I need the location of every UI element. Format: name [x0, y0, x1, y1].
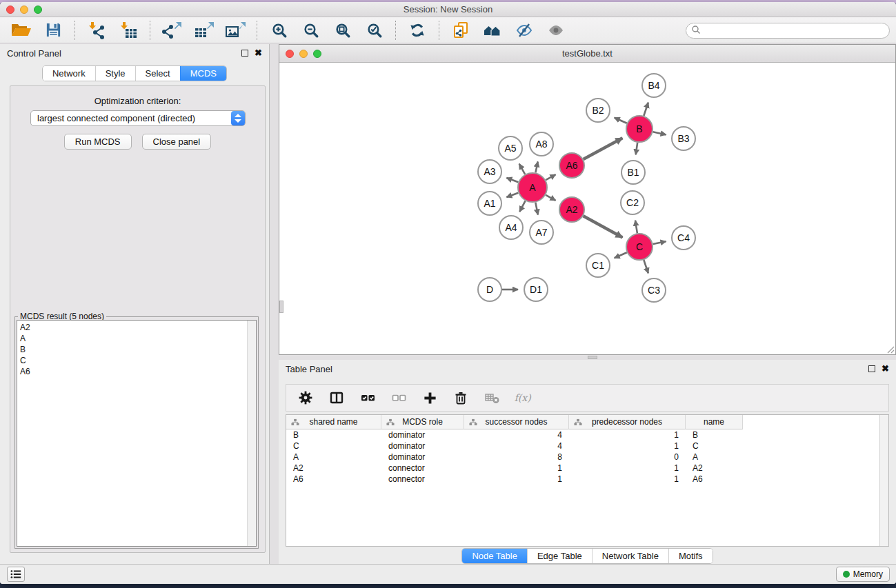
table-row[interactable]: Bdominator41B	[286, 429, 888, 440]
graph-node-B1[interactable]: B1	[621, 161, 645, 184]
graph-node-D[interactable]: D	[478, 278, 501, 301]
export-table-icon[interactable]	[192, 20, 215, 41]
graph-edge-A6-B[interactable]	[584, 138, 623, 159]
graph-node-A5[interactable]: A5	[499, 136, 522, 160]
gear-icon[interactable]	[296, 388, 315, 407]
tab-network-table[interactable]: Network Table	[592, 549, 668, 563]
show-hide-icon[interactable]	[545, 20, 567, 41]
graph-node-D1[interactable]: D1	[524, 278, 548, 301]
export-image-icon[interactable]	[224, 20, 246, 41]
graph-edge-A-A1[interactable]	[506, 193, 518, 197]
graph-edge-B-B1[interactable]	[636, 143, 638, 155]
tab-mcds[interactable]: MCDS	[180, 66, 226, 81]
result-list-scrollbar[interactable]	[247, 321, 256, 546]
tab-node-table[interactable]: Node Table	[462, 549, 527, 563]
tab-edge-table[interactable]: Edge Table	[527, 549, 592, 563]
graph-node-B3[interactable]: B3	[672, 127, 695, 150]
graph-node-C2[interactable]: C2	[621, 191, 644, 214]
memory-button[interactable]: Memory	[836, 567, 890, 582]
graph-edge-A-A3[interactable]	[506, 178, 518, 182]
close-panel-button[interactable]: Close panel	[142, 134, 212, 150]
graph-node-A4[interactable]: A4	[499, 216, 523, 239]
graph-node-B2[interactable]: B2	[586, 99, 610, 122]
run-mcds-button[interactable]: Run MCDS	[64, 134, 132, 150]
mcds-result-item[interactable]: C	[20, 355, 247, 366]
select-all-icon[interactable]	[358, 388, 377, 407]
graph-node-A3[interactable]: A3	[478, 160, 501, 183]
column-header-name[interactable]: name	[686, 415, 743, 429]
table-close-panel-icon[interactable]: ✖	[882, 365, 889, 372]
column-header-MCDS-role[interactable]: MCDS role	[381, 415, 464, 429]
graph-edge-B-B4[interactable]	[644, 103, 648, 116]
column-header-successor-nodes[interactable]: successor nodes	[464, 415, 569, 429]
network-canvas[interactable]: A B C A6 A2 A1 A3 A4 A5 A7 A8 B1 B2	[279, 63, 895, 354]
graph-node-B[interactable]: B	[626, 116, 653, 142]
graph-edge-C-C1[interactable]	[615, 252, 627, 258]
mcds-result-item[interactable]: A	[20, 333, 247, 344]
float-panel-icon[interactable]	[241, 50, 248, 57]
export-network-icon[interactable]	[161, 20, 183, 41]
graph-edge-C-C2[interactable]	[635, 221, 637, 234]
graph-edge-C-C3[interactable]	[644, 260, 648, 273]
tab-style[interactable]: Style	[95, 66, 135, 81]
home-view-icon[interactable]	[481, 20, 504, 41]
zoom-in-icon[interactable]	[268, 20, 290, 41]
graph-node-A8[interactable]: A8	[530, 132, 553, 156]
hide-labels-icon[interactable]	[513, 20, 535, 41]
delete-column-icon[interactable]	[451, 388, 470, 407]
graph-edge-A-A5[interactable]	[519, 164, 526, 174]
search-input[interactable]	[704, 26, 889, 36]
graph-node-A1[interactable]: A1	[478, 192, 501, 215]
graph-node-C[interactable]: C	[626, 234, 653, 260]
open-file-icon[interactable]	[10, 20, 32, 41]
import-table-icon[interactable]	[117, 20, 139, 41]
split-column-icon[interactable]	[327, 388, 346, 407]
canvas-left-splitter-handle[interactable]	[279, 301, 283, 313]
table-row[interactable]: Adominator80A	[286, 452, 888, 463]
table-scrollbar[interactable]	[879, 415, 888, 546]
window-resize-grip[interactable]	[886, 345, 895, 354]
table-row[interactable]: A6connector11A6	[286, 474, 888, 485]
tab-motifs[interactable]: Motifs	[668, 549, 713, 563]
mcds-result-item[interactable]: B	[20, 344, 247, 355]
tab-network[interactable]: Network	[43, 66, 95, 81]
graph-edge-C-C4[interactable]	[653, 241, 666, 244]
graph-node-B4[interactable]: B4	[642, 74, 666, 97]
graph-edge-A-A8[interactable]	[535, 162, 537, 173]
graph-edge-A-A4[interactable]	[519, 201, 525, 212]
deselect-all-icon[interactable]	[389, 388, 408, 407]
horizontal-splitter[interactable]	[279, 355, 896, 360]
graph-node-A6[interactable]: A6	[559, 153, 584, 178]
graph-edge-A-A2[interactable]	[546, 195, 555, 201]
graph-edge-B-B3[interactable]	[653, 132, 666, 134]
table-float-panel-icon[interactable]	[868, 365, 875, 372]
graph-node-A7[interactable]: A7	[530, 221, 553, 244]
zoom-selected-icon[interactable]	[363, 20, 385, 41]
mcds-result-item[interactable]: A6	[20, 366, 247, 377]
refresh-view-icon[interactable]	[406, 20, 428, 41]
graph-edge-A-A7[interactable]	[535, 203, 538, 215]
import-network-icon[interactable]	[86, 20, 108, 41]
graph-node-C3[interactable]: C3	[642, 278, 666, 302]
table-row[interactable]: A2connector11A2	[286, 463, 888, 474]
save-session-icon[interactable]	[42, 20, 64, 41]
close-panel-icon[interactable]: ✖	[255, 50, 262, 57]
table-row[interactable]: Cdominator41C	[286, 440, 888, 452]
mcds-result-item[interactable]: A2	[20, 322, 247, 333]
search-box[interactable]	[686, 23, 890, 39]
graph-node-C4[interactable]: C4	[672, 226, 695, 250]
graph-node-C1[interactable]: C1	[586, 254, 610, 277]
graph-edge-A-A6[interactable]	[546, 174, 555, 180]
column-header-shared-name[interactable]: shared name	[286, 415, 381, 429]
task-history-button[interactable]	[7, 567, 25, 582]
graph-edge-B-B2[interactable]	[615, 118, 627, 123]
criterion-dropdown[interactable]: largest connected component (directed)	[30, 110, 246, 126]
column-header-predecessor-nodes[interactable]: predecessor nodes	[569, 415, 686, 429]
zoom-out-icon[interactable]	[299, 20, 321, 41]
copy-network-icon[interactable]	[450, 20, 472, 41]
splitter-thumb[interactable]	[588, 356, 597, 359]
graph-edge-A2-C[interactable]	[584, 216, 623, 237]
zoom-fit-icon[interactable]	[331, 20, 353, 41]
graph-node-A2[interactable]: A2	[559, 197, 584, 222]
graph-node-A[interactable]: A	[518, 173, 547, 202]
